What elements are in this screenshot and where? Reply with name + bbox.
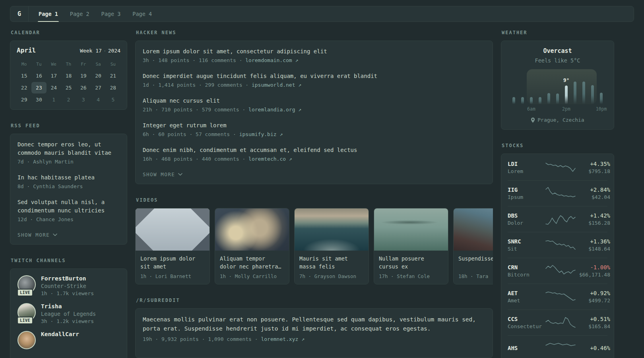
video-title[interactable]: Lorem ipsum dolor sit amet consectetu…	[140, 255, 205, 270]
video-card[interactable]: Suspendisse diam 18h · Tara	[453, 208, 493, 284]
hn-show-more-button[interactable]: SHOW MORE	[143, 171, 182, 177]
hn-item-title[interactable]: Aliquam nec cursus elit	[143, 97, 485, 105]
stock-symbol[interactable]: CCS	[508, 316, 545, 322]
stock-row[interactable]: LDI Lorem +4.35% $795.18	[508, 155, 607, 180]
stock-sparkline	[545, 211, 576, 227]
hn-item-domain-link[interactable]: ipsumify.biz ↗	[239, 131, 283, 137]
calendar-dow-label: Tu	[31, 59, 46, 70]
calendar-day: 17	[47, 70, 61, 82]
left-column: CALENDAR April Week 17·2024 MoTuWeThFrSa…	[10, 30, 127, 358]
video-title[interactable]: Aliquam tempor dolor nec pharetra…	[220, 255, 284, 270]
tab-page-2[interactable]: Page 2	[64, 6, 95, 21]
hn-item-meta: 21h · 710 points · 579 comments · loreml…	[143, 106, 485, 114]
hn-show-more-label: SHOW MORE	[143, 171, 175, 177]
rss-item-title[interactable]: Sed volutpat nulla nisl, a condimentum n…	[17, 198, 120, 215]
video-title[interactable]: Nullam posuere cursus ex	[379, 255, 443, 270]
stock-values: -1.00% $66,171.48	[576, 264, 610, 278]
rss-section-title: RSS FEED	[11, 123, 127, 128]
stock-name: Ipsum	[508, 194, 545, 200]
video-thumbnail[interactable]	[215, 208, 289, 251]
hn-item-domain-link[interactable]: loremtech.co ↗	[248, 156, 292, 162]
hn-item-title[interactable]: Lorem ipsum dolor sit amet, consectetur …	[143, 47, 485, 56]
twitch-channel-name[interactable]: KendallCarr	[41, 331, 79, 337]
hn-item-title[interactable]: Donec enim nibh, condimentum et accumsan…	[143, 146, 485, 154]
calendar-dow-label: Su	[106, 59, 120, 70]
calendar-grid: MoTuWeThFrSaSu15161718192021222324252627…	[17, 59, 120, 105]
stock-change: +2.84%	[576, 187, 610, 193]
reddit-post-domain-link[interactable]: loremnet.xyz ↗	[261, 336, 305, 342]
weather-bar	[574, 82, 576, 104]
twitch-channel-name[interactable]: ForrestBurton	[41, 275, 94, 282]
hn-item-domain-link[interactable]: loremlandia.org ↗	[248, 107, 301, 113]
stock-row[interactable]: SNRC Sit +1.36% $148.64	[508, 232, 607, 258]
rss-widget: RSS FEED Donec tempor eros leo, ut commo…	[10, 123, 127, 245]
stock-row[interactable]: AET Amet +0.92% $499.72	[508, 284, 607, 309]
stock-row[interactable]: CCS Consectetur +0.51% $165.84	[508, 309, 607, 335]
calendar-dow-label: Mo	[17, 59, 31, 70]
calendar-dow-label: Sa	[91, 59, 105, 70]
video-thumbnail[interactable]	[454, 208, 493, 251]
app-logo[interactable]: G	[10, 6, 29, 21]
twitch-channel-row[interactable]: KendallCarr	[17, 331, 120, 349]
hn-item-domain-link[interactable]: ipsumworld.net ↗	[252, 82, 301, 88]
hn-item-title[interactable]: Integer eget rutrum lorem	[143, 121, 485, 130]
video-thumbnail[interactable]	[136, 208, 209, 251]
twitch-channel-info: KendallCarr	[41, 331, 79, 349]
video-title[interactable]: Mauris sit amet massa felis	[299, 255, 364, 270]
stock-symbol[interactable]: DBS	[508, 212, 545, 219]
tab-page-1[interactable]: Page 1	[33, 6, 64, 21]
stock-row[interactable]: AHS +0.46%	[508, 335, 607, 358]
stock-row[interactable]: CRN Bitcorn -1.00% $66,171.48	[508, 258, 607, 284]
calendar-month: April	[17, 47, 36, 54]
tab-page-3[interactable]: Page 3	[95, 6, 127, 21]
video-meta: 1h · Molly Carrillo	[220, 273, 284, 279]
calendar-day: 25	[61, 82, 76, 93]
stock-symbol[interactable]: AET	[508, 290, 545, 296]
stock-symbol[interactable]: LDI	[508, 161, 545, 167]
stock-change: +1.36%	[576, 238, 610, 245]
calendar-year: 2024	[108, 48, 120, 54]
twitch-channel-row[interactable]: LIVE ForrestBurton Counter-Strike 1h · 1…	[17, 275, 120, 296]
calendar-day: 21	[106, 70, 120, 82]
calendar-day: 30	[31, 94, 46, 105]
stock-symbol[interactable]: CRN	[508, 264, 545, 270]
stock-change: +0.51%	[576, 316, 610, 322]
stock-values: +0.92% $499.72	[576, 290, 610, 304]
calendar-day: 26	[76, 82, 91, 93]
video-card[interactable]: Aliquam tempor dolor nec pharetra… 1h · …	[215, 208, 289, 284]
calendar-day: 2	[61, 94, 76, 105]
rss-item-title[interactable]: Donec tempor eros leo, ut commodo mauris…	[17, 140, 120, 157]
stock-sparkline	[545, 237, 576, 253]
stock-values: +2.84% $42.04	[576, 187, 610, 200]
twitch-channel-row[interactable]: LIVE Trisha League of Legends 3h · 1.2k …	[17, 303, 120, 324]
rss-show-more-button[interactable]: SHOW MORE	[17, 232, 57, 238]
twitch-channel-name[interactable]: Trisha	[41, 303, 96, 309]
hn-item: Aliquam nec cursus elit 21h · 710 points…	[143, 97, 485, 114]
stock-symbol[interactable]: SNRC	[508, 238, 545, 245]
video-title[interactable]: Suspendisse diam	[458, 255, 493, 270]
stock-id: DBS Dolor	[508, 212, 545, 226]
hn-item-title[interactable]: Donec imperdiet augue tincidunt felis al…	[143, 72, 485, 80]
reddit-post-title[interactable]: Maecenas mollis pulvinar erat non posuer…	[143, 315, 485, 333]
hn-item-meta: 6h · 60 points · 57 comments · ipsumify.…	[143, 130, 485, 138]
weather-feels-like: Feels like 5°C	[507, 57, 608, 64]
weather-current-temp: 9°	[563, 77, 570, 83]
stock-symbol[interactable]: IIG	[508, 187, 545, 193]
stock-symbol[interactable]: AHS	[508, 345, 545, 351]
stock-row[interactable]: IIG Ipsum +2.84% $42.04	[508, 180, 607, 206]
video-thumbnail[interactable]	[374, 208, 448, 251]
calendar-dow-label: Th	[61, 59, 76, 70]
stock-sparkline-wrap	[545, 315, 576, 331]
video-card[interactable]: Mauris sit amet massa felis 7h · Grayson…	[294, 208, 369, 284]
calendar-widget: CALENDAR April Week 17·2024 MoTuWeThFrSa…	[10, 30, 127, 110]
video-thumbnail[interactable]	[295, 208, 369, 251]
calendar-day: 16	[31, 70, 46, 82]
stock-name: Bitcorn	[508, 272, 545, 278]
stock-row[interactable]: DBS Dolor +1.42% $156.28	[508, 206, 607, 232]
hn-item-meta: 1d · 1,414 points · 299 comments · ipsum…	[143, 81, 485, 89]
tab-page-4[interactable]: Page 4	[126, 6, 158, 21]
video-card[interactable]: Lorem ipsum dolor sit amet consectetu… 1…	[135, 208, 210, 284]
hn-item-domain-link[interactable]: loremdomain.com ↗	[245, 57, 298, 63]
rss-item-title[interactable]: In hac habitasse platea	[17, 173, 120, 182]
video-card[interactable]: Nullam posuere cursus ex 17h · Stefan Co…	[374, 208, 448, 284]
